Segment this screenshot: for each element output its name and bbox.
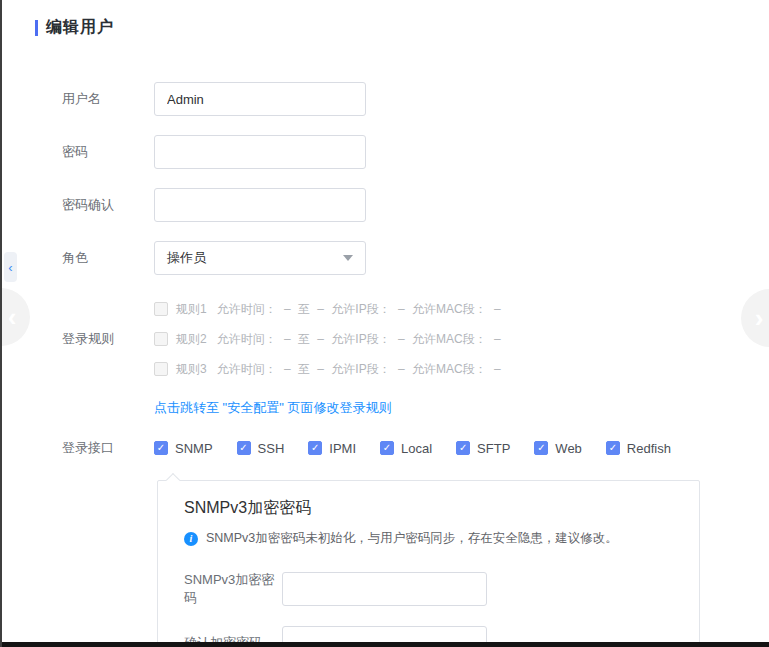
web-label: Web [555, 441, 582, 456]
login-rule-item: 规则2 允许时间： – 至 – 允许IP段： – 允许MAC段： – [154, 324, 501, 354]
interface-option-ssh[interactable]: SSH [237, 441, 285, 456]
login-rule-item: 规则3 允许时间： – 至 – 允许IP段： – 允许MAC段： – [154, 354, 501, 384]
snmpv3-panel-title: SNMPv3加密密码 [184, 498, 673, 519]
chevron-right-icon: › [755, 303, 764, 334]
snmpv3-password-row: SNMPv3加密密码 [184, 571, 673, 607]
rule3-detail: 允许时间： – 至 – 允许IP段： – 允许MAC段： – [217, 361, 501, 378]
web-checkbox[interactable] [534, 441, 548, 455]
ipmi-checkbox[interactable] [308, 441, 322, 455]
snmpv3-notice: i SNMPv3加密密码未初始化，与用户密码同步，存在安全隐患，建议修改。 [184, 530, 673, 547]
rule1-checkbox[interactable] [154, 302, 168, 316]
panel-caret [166, 473, 180, 487]
chevron-left-icon: ‹ [8, 302, 17, 333]
snmpv3-password-input[interactable] [282, 572, 487, 606]
title-accent-bar [35, 20, 38, 36]
login-interfaces-label: 登录接口 [62, 439, 154, 457]
password-label: 密码 [62, 143, 154, 161]
password-confirm-input[interactable] [154, 188, 366, 222]
sftp-label: SFTP [477, 441, 510, 456]
ssh-label: SSH [258, 441, 285, 456]
security-config-link[interactable]: 点击跳转至 "安全配置" 页面修改登录规则 [154, 399, 391, 417]
rule2-name: 规则2 [176, 331, 207, 348]
rule2-checkbox[interactable] [154, 332, 168, 346]
password-confirm-row: 密码确认 [62, 188, 769, 222]
username-label: 用户名 [62, 90, 154, 108]
snmpv3-notice-text: SNMPv3加密密码未初始化，与用户密码同步，存在安全隐患，建议修改。 [206, 530, 618, 547]
redfish-checkbox[interactable] [606, 441, 620, 455]
role-row: 角色 操作员 [62, 241, 769, 275]
username-input[interactable] [154, 82, 366, 116]
snmpv3-panel: SNMPv3加密密码 i SNMPv3加密密码未初始化，与用户密码同步，存在安全… [157, 480, 700, 647]
interface-option-redfish[interactable]: Redfish [606, 441, 671, 456]
login-rules-list: 规则1 允许时间： – 至 – 允许IP段： – 允许MAC段： – 规则2 允… [154, 294, 501, 384]
interface-option-snmp[interactable]: SNMP [154, 441, 213, 456]
login-rules-label: 登录规则 [62, 330, 154, 348]
interface-option-ipmi[interactable]: IPMI [308, 441, 356, 456]
snmp-checkbox[interactable] [154, 441, 168, 455]
role-label: 角色 [62, 249, 154, 267]
password-input[interactable] [154, 135, 366, 169]
info-icon: i [184, 532, 198, 546]
interface-option-sftp[interactable]: SFTP [456, 441, 510, 456]
role-select[interactable]: 操作员 [154, 241, 366, 275]
password-confirm-label: 密码确认 [62, 196, 154, 214]
snmpv3-password-label: SNMPv3加密密码 [184, 571, 282, 607]
rule3-name: 规则3 [176, 361, 207, 378]
page-title: 编辑用户 [46, 17, 114, 38]
ssh-checkbox[interactable] [237, 441, 251, 455]
sidebar-collapse-handle[interactable]: ‹ [4, 252, 17, 282]
snmp-label: SNMP [175, 441, 213, 456]
rule3-checkbox[interactable] [154, 362, 168, 376]
local-label: Local [401, 441, 432, 456]
edit-user-form: 用户名 密码 密码确认 角色 操作员 登录规则 规则1 允许时间： [2, 82, 769, 647]
login-interfaces-row: 登录接口 SNMP SSH IPMI Local [62, 431, 769, 465]
ipmi-label: IPMI [329, 441, 356, 456]
username-row: 用户名 [62, 82, 769, 116]
sftp-checkbox[interactable] [456, 441, 470, 455]
page-header: 编辑用户 [2, 0, 769, 38]
password-row: 密码 [62, 135, 769, 169]
login-rules-row: 登录规则 规则1 允许时间： – 至 – 允许IP段： – 允许MAC段： – … [62, 294, 769, 384]
redfish-label: Redfish [627, 441, 671, 456]
rule1-detail: 允许时间： – 至 – 允许IP段： – 允许MAC段： – [217, 301, 501, 318]
interface-option-local[interactable]: Local [380, 441, 432, 456]
rule2-detail: 允许时间： – 至 – 允许IP段： – 允许MAC段： – [217, 331, 501, 348]
chevron-left-icon: ‹ [8, 261, 12, 274]
login-interfaces-list: SNMP SSH IPMI Local SFTP [154, 441, 695, 456]
bottom-edge-bar [2, 642, 769, 647]
local-checkbox[interactable] [380, 441, 394, 455]
chevron-down-icon [343, 255, 353, 261]
rule1-name: 规则1 [176, 301, 207, 318]
edit-user-page: 编辑用户 用户名 密码 密码确认 角色 操作员 登录规则 [0, 0, 769, 647]
login-rule-item: 规则1 允许时间： – 至 – 允许IP段： – 允许MAC段： – [154, 294, 501, 324]
role-selected-value: 操作员 [167, 249, 206, 267]
interface-option-web[interactable]: Web [534, 441, 582, 456]
